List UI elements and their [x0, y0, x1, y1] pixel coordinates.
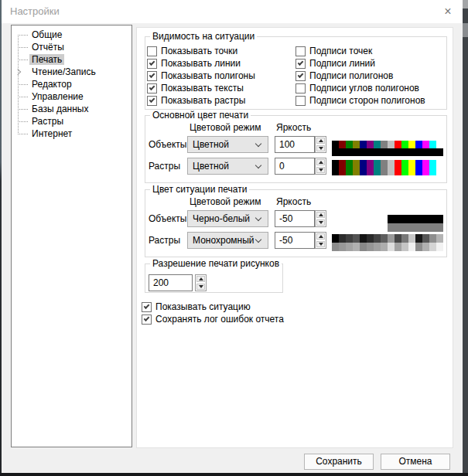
spin-up-button[interactable] [316, 233, 325, 240]
color-segment [339, 223, 346, 232]
tree-item[interactable]: Базы данных [12, 103, 132, 115]
checkbox-row[interactable]: Сохранять лог ошибок отчета [142, 313, 284, 325]
checkbox[interactable] [147, 83, 157, 94]
brightness-input[interactable]: -50 [275, 232, 315, 249]
brightness-spinner: 100 [275, 136, 326, 153]
tree-item[interactable]: Растры [12, 115, 132, 128]
cancel-button[interactable]: Отмена [381, 454, 450, 470]
spin-down-button[interactable] [316, 167, 325, 173]
checkbox-label: Показывать ситуацию [155, 301, 251, 312]
color-segment [395, 243, 401, 251]
checkbox[interactable] [147, 59, 157, 69]
tree-item[interactable]: Отчёты [12, 41, 132, 53]
spin-up-button[interactable] [196, 276, 205, 282]
checkbox[interactable] [295, 46, 306, 56]
checkbox[interactable] [295, 96, 306, 106]
checkbox-row[interactable]: Подписи линий [295, 57, 425, 70]
color-segment [367, 160, 374, 168]
color-segment [339, 243, 346, 251]
resolution-input[interactable]: 200 [149, 274, 193, 291]
color-segment [436, 215, 443, 223]
color-segment [429, 148, 436, 156]
color-segment [353, 160, 360, 168]
checkbox-row[interactable]: Подписи углов полигонов [295, 82, 425, 94]
tree-item[interactable]: Общие [12, 29, 132, 41]
color-segment [422, 168, 429, 175]
checkbox[interactable] [142, 302, 152, 312]
tree-item[interactable]: Редактор [12, 78, 132, 90]
group-title: Основной цвет печати [150, 110, 251, 121]
spin-down-button[interactable] [316, 145, 325, 151]
color-segment [374, 160, 381, 168]
color-mode-select[interactable]: Цветной [187, 158, 268, 175]
checkbox-row[interactable]: Показывать тексты [147, 82, 255, 94]
color-segment [408, 234, 415, 243]
color-segment [332, 223, 339, 232]
close-icon[interactable]: × [439, 3, 456, 20]
checkbox[interactable] [147, 71, 157, 81]
tree-item[interactable]: Чтение/Запись [12, 66, 132, 78]
chevron-down-icon [255, 141, 261, 147]
spin-up-button[interactable] [316, 159, 325, 165]
color-segment [436, 148, 443, 156]
color-segment [401, 223, 408, 232]
column-header-brightness: Яркость [276, 196, 311, 207]
color-segment [415, 243, 422, 251]
titlebar[interactable]: Настройки × [2, 0, 463, 23]
row-label: Растры [149, 158, 180, 175]
checkbox[interactable] [147, 96, 157, 106]
selected-option: Монохромный [193, 233, 254, 248]
checkbox-label: Показывать тексты [161, 83, 244, 94]
color-segment [353, 148, 360, 156]
color-segment [401, 160, 408, 168]
checkbox[interactable] [142, 314, 152, 325]
color-segment [408, 215, 415, 223]
checkbox[interactable] [147, 46, 157, 56]
spin-down-button[interactable] [316, 219, 325, 226]
color-segment [388, 160, 395, 168]
checkbox[interactable] [295, 83, 306, 94]
color-mode-select[interactable]: Цветной [187, 136, 268, 153]
brightness-input[interactable]: -50 [275, 210, 315, 227]
tree-item[interactable]: Интернет [12, 128, 132, 140]
checkbox-row[interactable]: Показывать точки [147, 45, 255, 57]
checkbox-row[interactable]: Подписи полигонов [295, 70, 425, 82]
scrollbar-thumb[interactable] [463, 23, 468, 37]
color-segment [339, 168, 346, 175]
checkbox[interactable] [295, 71, 306, 81]
tree-connector-stub [18, 109, 29, 110]
chevron-right-icon[interactable] [15, 69, 21, 75]
color-segment [346, 141, 353, 148]
settings-tree: ОбщиеОтчётыПечатьЧтение/ЗаписьРедакторУп… [11, 25, 132, 447]
color-preview-row [332, 148, 443, 156]
spin-down-button[interactable] [316, 241, 325, 247]
triangle-up-icon [199, 277, 203, 280]
spin-up-button[interactable] [316, 138, 325, 144]
color-preview-row [332, 243, 443, 251]
triangle-up-icon [319, 213, 323, 216]
checkbox-row[interactable]: Подписи сторон полигонов [295, 94, 425, 107]
color-segment [381, 215, 388, 223]
color-segment [436, 234, 443, 243]
spin-up-button[interactable] [316, 212, 325, 218]
color-mode-select[interactable]: Монохромный [187, 232, 268, 249]
triangle-up-icon [319, 139, 323, 142]
checkbox[interactable] [295, 59, 306, 69]
tree-item[interactable]: Печать [12, 53, 132, 66]
brightness-input[interactable]: 100 [275, 136, 315, 153]
color-segment [367, 168, 374, 175]
color-mode-select[interactable]: Черно-белый [187, 210, 268, 227]
resolution-spinner: 200 [149, 274, 207, 291]
checkbox-row[interactable]: Показывать линии [147, 57, 255, 70]
color-preview-row [332, 160, 443, 168]
checkbox-row[interactable]: Подписи точек [295, 45, 425, 57]
brightness-input[interactable]: 0 [275, 158, 315, 175]
spin-down-button[interactable] [196, 284, 205, 290]
checkbox-row[interactable]: Показывать полигоны [147, 70, 255, 82]
tree-item[interactable]: Управление [12, 90, 132, 103]
color-segment [360, 168, 367, 175]
save-button[interactable]: Сохранить [304, 454, 374, 470]
checkbox-row[interactable]: Показывать ситуацию [142, 301, 284, 313]
color-segment [401, 141, 408, 148]
checkbox-row[interactable]: Показывать растры [147, 94, 255, 107]
